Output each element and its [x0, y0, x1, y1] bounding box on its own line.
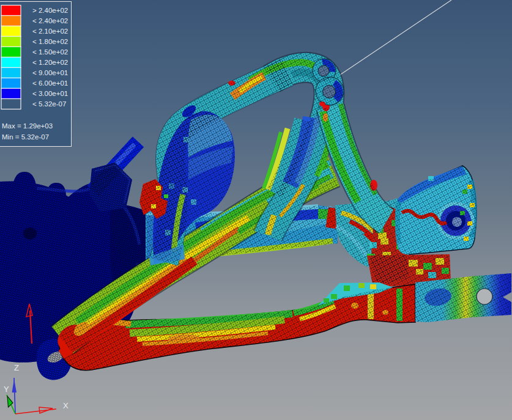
- svg-text:Min = 5.32e-07: Min = 5.32e-07: [2, 133, 49, 141]
- svg-text:< 9.00e+01: < 9.00e+01: [32, 69, 68, 76]
- svg-text:< 6.00e+01: < 6.00e+01: [32, 79, 68, 87]
- svg-text:Z: Z: [14, 363, 19, 372]
- svg-text:< 2.40e+02: < 2.40e+02: [32, 17, 68, 24]
- svg-text:< 1.20e+02: < 1.20e+02: [32, 59, 68, 66]
- svg-text:< 3.00e+01: < 3.00e+01: [32, 90, 68, 97]
- svg-text:> 2.40e+02: > 2.40e+02: [32, 7, 68, 14]
- svg-text:< 1.80e+02: < 1.80e+02: [32, 38, 68, 45]
- svg-text:< 5.32e-07: < 5.32e-07: [32, 100, 66, 108]
- svg-text:Max = 1.29e+03: Max = 1.29e+03: [2, 122, 53, 130]
- svg-text:X: X: [63, 401, 69, 410]
- svg-text:< 2.10e+02: < 2.10e+02: [32, 28, 68, 35]
- svg-text:< 1.50e+02: < 1.50e+02: [32, 48, 68, 56]
- svg-text:Y: Y: [4, 385, 9, 394]
